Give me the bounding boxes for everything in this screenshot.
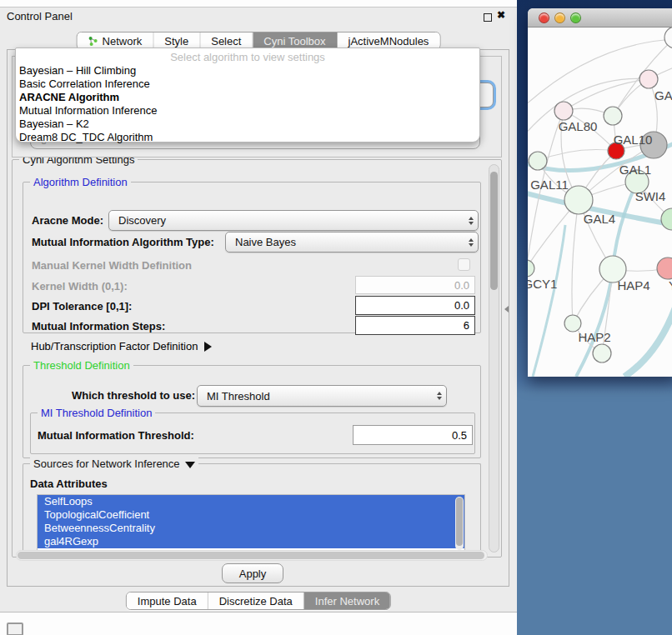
mi-steps-field[interactable]: 6 <box>355 316 475 335</box>
stepper-arrows-icon <box>469 238 474 247</box>
sources-title[interactable]: Sources for Network Inference <box>30 458 198 470</box>
tab-label: Impute Data <box>138 595 197 608</box>
algorithm-option-mutual-information-inference[interactable]: Mutual Information Inference <box>16 104 479 118</box>
control-panel: Control Panel ✖ NetworkStyleSelectCyni T… <box>0 7 517 612</box>
algorithm-option-aracne-algorithm[interactable]: ARACNE Algorithm <box>16 91 479 104</box>
mi-threshold-group: MI Threshold Definition Mutual Informati… <box>30 412 475 454</box>
network-canvas[interactable]: GALGAL80GAL10GAL1GAL11GAL4SWI4GCY1HAP4YH… <box>528 28 672 377</box>
tab-label: jActiveMNodules <box>349 35 429 48</box>
network-node-label: GAL11 <box>530 178 569 192</box>
network-node-label: GAL10 <box>614 132 653 147</box>
minimize-window-icon[interactable] <box>554 12 565 23</box>
hub-definition-label: Hub/Transcription Factor Definition <box>31 340 198 352</box>
mi-type-value: Naive Bayes <box>235 236 296 248</box>
algorithm-dropdown-popup: Select algorithm to view settings Bayesi… <box>15 48 480 142</box>
manual-kernel-label: Manual Kernel Width Definition <box>32 259 192 272</box>
network-node[interactable] <box>593 344 611 362</box>
tab-discretize-data[interactable]: Discretize Data <box>208 592 304 609</box>
network-node-label: SWI4 <box>635 189 666 203</box>
zoom-window-icon[interactable] <box>570 12 581 23</box>
kernel-width-field[interactable]: 0.0 <box>355 276 475 294</box>
list-scrollbar[interactable] <box>455 497 464 550</box>
expand-arrow-icon <box>204 342 212 352</box>
algorithm-option-bayesian-k2[interactable]: Bayesian – K2 <box>16 118 479 131</box>
sources-group: Sources for Network Inference Data Attri… <box>23 463 481 557</box>
which-threshold-value: MI Threshold <box>207 390 270 402</box>
scrollbar-thumb[interactable] <box>490 172 498 290</box>
network-node[interactable] <box>554 102 573 120</box>
manual-kernel-checkbox[interactable] <box>458 258 470 271</box>
network-node-label: GCY1 <box>528 277 557 291</box>
mi-type-label: Mutual Information Algorithm Type: <box>32 236 214 248</box>
tab-network[interactable]: Network <box>78 32 154 49</box>
mi-steps-label: Mutual Information Steps: <box>32 320 165 332</box>
attribute-option-selfloops[interactable]: SelfLoops <box>38 495 464 508</box>
network-node-label: GAL1 <box>619 162 651 177</box>
settings-horizontal-scrollbar[interactable] <box>16 550 488 561</box>
screen: Control Panel ✖ NetworkStyleSelectCyni T… <box>0 0 672 635</box>
network-node-label: GAL <box>654 88 672 102</box>
network-node[interactable] <box>657 258 672 279</box>
network-node[interactable] <box>664 28 672 48</box>
tab-style[interactable]: Style <box>153 32 200 49</box>
algorithm-option-bayesian-hill-climbing[interactable]: Bayesian – Hill Climbing <box>16 64 479 78</box>
network-node-label: Y <box>669 278 672 292</box>
hub-definition-expander[interactable]: Hub/Transcription Factor Definition <box>31 340 212 352</box>
kernel-width-label: Kernel Width (0,1): <box>32 280 128 292</box>
tab-select[interactable]: Select <box>200 32 253 49</box>
aracne-mode-value: Discovery <box>118 214 166 227</box>
floating-panel-icon[interactable] <box>7 622 23 635</box>
algorithm-option-basic-correlation-inference[interactable]: Basic Correlation Inference <box>16 78 479 91</box>
scrollbar-thumb[interactable] <box>18 552 484 559</box>
attribute-option-betweennesscentrality[interactable]: BetweennessCentrality <box>38 522 464 535</box>
data-attributes-label: Data Attributes <box>30 478 108 490</box>
aracne-mode-label: Aracne Mode: <box>32 214 103 227</box>
settings-vertical-scrollbar[interactable] <box>489 164 499 552</box>
mi-steps-value: 6 <box>464 319 469 332</box>
panel-title: Control Panel <box>7 10 73 22</box>
mi-threshold-label: Mutual Information Threshold: <box>38 429 194 442</box>
dpi-tolerance-field[interactable]: 0.0 <box>355 296 475 315</box>
network-node[interactable] <box>528 260 534 277</box>
network-node-label: HAP2 <box>578 330 610 344</box>
dropdown-prompt: Select algorithm to view settings <box>16 50 479 64</box>
tab-impute-data[interactable]: Impute Data <box>127 592 208 609</box>
data-attributes-list[interactable]: SelfLoopsTopologicalCoefficientBetweenne… <box>37 494 465 552</box>
mi-type-select[interactable]: Naive Bayes <box>225 232 479 252</box>
splitter-collapse-icon[interactable] <box>504 306 509 312</box>
kernel-width-value: 0.0 <box>454 279 469 292</box>
scrollbar-thumb[interactable] <box>456 498 463 546</box>
dpi-tolerance-value: 0.0 <box>454 299 469 312</box>
aracne-mode-select[interactable]: Discovery <box>108 210 479 231</box>
network-node[interactable] <box>639 70 658 88</box>
close-window-icon[interactable] <box>539 12 549 23</box>
network-view-window: GALGAL80GAL10GAL1GAL11GAL4SWI4GCY1HAP4YH… <box>528 8 672 377</box>
apply-button[interactable]: Apply <box>222 563 283 583</box>
attribute-option-topologicalcoefficient[interactable]: TopologicalCoefficient <box>38 508 464 522</box>
network-node[interactable] <box>661 208 672 230</box>
network-node[interactable] <box>564 315 581 332</box>
attribute-option-gal4rgexp[interactable]: gal4RGexp <box>38 535 464 548</box>
network-node[interactable] <box>529 152 547 170</box>
network-node[interactable] <box>604 107 622 125</box>
cyni-bottom-tabs: Impute DataDiscretize DataInfer Network <box>126 592 391 610</box>
tab-jactivemnodules[interactable]: jActiveMNodules <box>338 32 440 49</box>
tab-label: Infer Network <box>315 595 379 608</box>
network-node[interactable] <box>564 186 593 214</box>
stepper-arrows-icon <box>469 217 474 225</box>
stepper-arrows-icon <box>437 392 442 400</box>
algorithm-option-dream8-dc-tdc-algorithm[interactable]: Dream8 DC_TDC Algorithm <box>16 131 479 144</box>
close-icon[interactable]: ✖ <box>497 9 505 21</box>
cyni-algorithm-settings-group: Cyni Algorithm Settings Algorithm Defini… <box>12 159 502 558</box>
group-title: MI Threshold Definition <box>38 407 155 419</box>
tab-infer-network[interactable]: Infer Network <box>304 592 390 609</box>
which-threshold-select[interactable]: MI Threshold <box>197 385 447 407</box>
float-panel-icon[interactable] <box>484 13 492 22</box>
mi-threshold-field[interactable]: 0.5 <box>353 425 473 445</box>
network-window-titlebar[interactable] <box>528 8 672 28</box>
mi-threshold-value: 0.5 <box>452 429 467 442</box>
network-node-label: GAL80 <box>559 119 598 133</box>
tab-cyni-toolbox[interactable]: Cyni Toolbox <box>253 32 337 49</box>
tab-label: Cyni Toolbox <box>263 35 325 48</box>
which-threshold-label: Which threshold to use: <box>72 389 195 402</box>
